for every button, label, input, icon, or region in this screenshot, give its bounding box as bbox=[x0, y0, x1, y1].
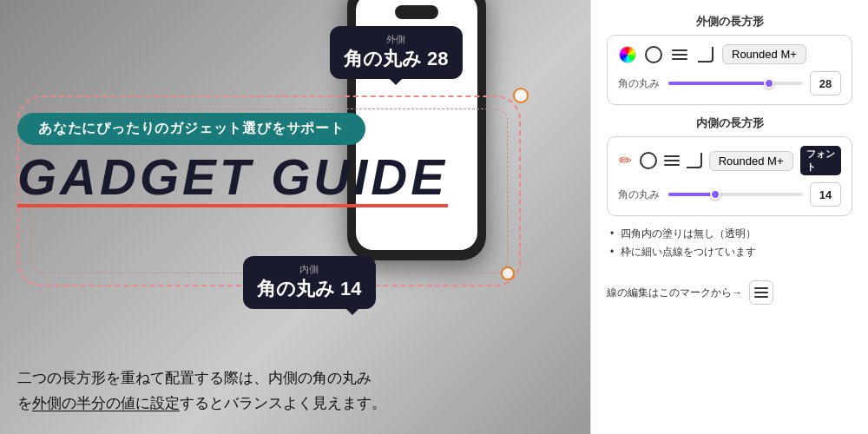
note-2: • 枠に細い点線をつけています bbox=[610, 245, 849, 260]
outer-slider-fill bbox=[668, 82, 769, 85]
left-panel: 外側 角の丸み 28 内側 角の丸み 14 あなたにぴったりのガジェット選びをサ… bbox=[0, 0, 590, 434]
edit-line-row: 線の編集はこのマークから→ bbox=[607, 280, 852, 305]
inner-toolbar: ✏ Rounded M+ フォント bbox=[618, 146, 841, 175]
corner-marker-inner[interactable] bbox=[501, 266, 515, 280]
lines-icon[interactable] bbox=[670, 45, 689, 64]
inner-corner-radius-row: 角の丸み 14 bbox=[618, 182, 841, 207]
inner-slider-thumb[interactable] bbox=[710, 189, 720, 200]
outer-toolbar: Rounded M+ bbox=[618, 44, 841, 64]
outer-property-box: Rounded M+ 角の丸み 28 bbox=[607, 35, 852, 105]
inner-section-title: 内側の長方形 bbox=[607, 115, 852, 131]
outer-corner-label: 角の丸み bbox=[618, 76, 661, 91]
right-panel: 外側の長方形 Rounded M+ bbox=[590, 0, 868, 434]
edit-icon-box[interactable] bbox=[749, 280, 773, 305]
circle-icon-inner[interactable] bbox=[640, 151, 657, 170]
edit-line-label: 線の編集はこのマークから→ bbox=[607, 286, 742, 300]
svg-rect-0 bbox=[754, 287, 768, 289]
color-wheel-icon[interactable] bbox=[618, 45, 637, 64]
phone-notch bbox=[395, 5, 438, 19]
font-badge: フォント bbox=[800, 146, 841, 175]
gadget-guide-text: GADGET GUIDE bbox=[17, 152, 448, 202]
tooltip-outer: 外側 角の丸み 28 bbox=[330, 26, 463, 79]
outer-value-box[interactable]: 28 bbox=[810, 71, 841, 95]
corner-marker-outer[interactable] bbox=[513, 88, 529, 103]
lines-icon-inner[interactable] bbox=[664, 151, 680, 170]
inner-slider-track[interactable] bbox=[668, 193, 803, 196]
note-1: • 四角内の塗りは無し（透明） bbox=[610, 227, 849, 241]
teal-banner: あなたにぴったりのガジェット選びをサポート bbox=[17, 113, 365, 145]
hamburger-icon bbox=[754, 287, 768, 298]
outer-slider-thumb[interactable] bbox=[764, 78, 774, 89]
outer-slider-track[interactable] bbox=[668, 82, 803, 85]
svg-rect-1 bbox=[754, 292, 768, 293]
svg-rect-2 bbox=[754, 296, 768, 298]
outer-slider-container bbox=[668, 82, 803, 85]
bottom-text: 二つの長方形を重ねて配置する際は、内側の角の丸み を外側の半分の値に設定するとバ… bbox=[17, 366, 573, 417]
circle-icon[interactable] bbox=[644, 45, 663, 64]
corner-icon[interactable] bbox=[696, 45, 715, 64]
tooltip-inner: 内側 角の丸み 14 bbox=[243, 256, 376, 309]
corner-icon-inner[interactable] bbox=[687, 151, 702, 170]
outer-section-title: 外側の長方形 bbox=[607, 14, 852, 30]
inner-slider-container bbox=[668, 193, 803, 196]
outer-corner-radius-row: 角の丸み 28 bbox=[618, 71, 841, 95]
inner-slider-fill bbox=[668, 193, 715, 196]
outer-section: 外側の長方形 Rounded M+ bbox=[607, 14, 852, 105]
inner-section: 内側の長方形 ✏ Rounded M+ フォント bbox=[607, 115, 852, 216]
notes-section: • 四角内の塗りは無し（透明） • 枠に細い点線をつけています bbox=[607, 227, 852, 263]
pencil-icon[interactable]: ✏ bbox=[618, 151, 633, 170]
rounded-button-outer[interactable]: Rounded M+ bbox=[722, 44, 806, 64]
inner-corner-label: 角の丸み bbox=[618, 187, 661, 202]
inner-value-box[interactable]: 14 bbox=[810, 182, 841, 207]
gadget-guide-wrapper: GADGET GUIDE bbox=[17, 152, 448, 207]
rounded-button-inner[interactable]: Rounded M+ bbox=[709, 151, 793, 171]
inner-property-box: ✏ Rounded M+ フォント 角の丸み bbox=[607, 136, 852, 216]
